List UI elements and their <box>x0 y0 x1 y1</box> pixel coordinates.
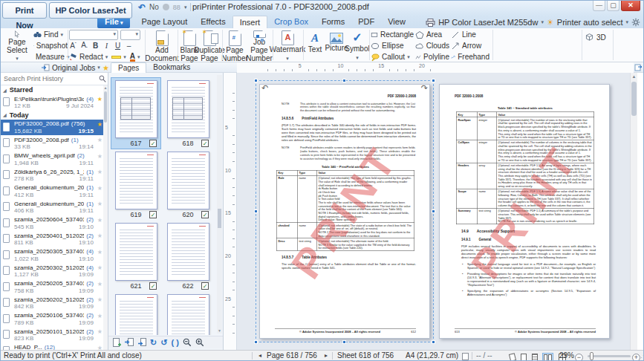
history-item[interactable]: E:\Pelikan\trunk\Plugins\3dl...(4)★12 KB… <box>1 94 104 111</box>
star-icon[interactable]: ★ <box>97 137 103 143</box>
view-single-page-icon[interactable] <box>521 354 527 361</box>
minimize-button[interactable]: — <box>593 1 605 11</box>
search-input[interactable] <box>2 74 96 84</box>
add-document-button[interactable]: Add Document <box>147 28 177 62</box>
scroll-up-icon[interactable]: ▲ <box>103 85 108 90</box>
shape-ellipse[interactable]: Ellipse <box>371 40 414 51</box>
history-item[interactable]: BMW_wheels_april.pdf(2)★1,948 KB19:11 <box>1 152 104 168</box>
star-icon[interactable]: ★ <box>97 201 103 207</box>
history-item[interactable]: szamla_20250604_5374010585...(2)★545 KB1… <box>1 215 104 232</box>
pdf-page-618[interactable]: PDF 32000-1:2008 NOTEThis attribute is u… <box>259 84 430 339</box>
shape-polyline[interactable]: Polyline <box>415 51 449 62</box>
history-group-header[interactable]: ◢Starred <box>1 85 104 94</box>
insert-symbol-button[interactable]: ✓ Symbol ▾ <box>347 28 368 62</box>
star-icon[interactable]: ★ <box>97 264 103 271</box>
measure-button[interactable]: Measure▾ <box>33 51 68 62</box>
page-checkbox[interactable]: ✓ <box>149 282 157 290</box>
history-item[interactable]: Zöldkártya 6_26_2025, 1_21_55...(1)★278 … <box>1 167 104 183</box>
history-item[interactable]: HEAD_P...(12)★ <box>1 343 104 351</box>
zoom-in-button[interactable]: + <box>632 354 640 361</box>
italic-button[interactable]: I <box>103 42 111 50</box>
zoom-out-thumbs-icon[interactable] <box>183 338 192 347</box>
tab-page-layout[interactable]: Page Layout <box>134 16 194 28</box>
history-item[interactable]: szamla_20250101_5120250001...(2)★823 KB1… <box>1 327 104 343</box>
selection-handle[interactable] <box>254 79 258 82</box>
find-button[interactable]: Find▾ <box>33 29 68 40</box>
qat-no-label[interactable]: No <box>149 3 159 11</box>
shape-arrow[interactable]: Arrow <box>451 40 489 51</box>
undo-icon[interactable]: ↶ <box>138 2 146 13</box>
font-color-button[interactable]: A▾ <box>130 51 140 62</box>
prev-page-button[interactable]: ◂ <box>258 351 261 361</box>
maximize-button[interactable]: ▢ <box>607 1 619 11</box>
zoom-slider[interactable] <box>588 355 631 357</box>
tab-view[interactable]: View <box>381 16 412 28</box>
page-thumbnail[interactable] <box>111 292 160 335</box>
gear-icon[interactable] <box>631 18 640 27</box>
zoom-slider-thumb[interactable] <box>590 352 593 360</box>
selection-handle[interactable] <box>342 79 346 82</box>
job-page-number-button[interactable]: Job Page Number <box>247 28 271 62</box>
history-item[interactable]: szamla_20250305_5374010585...(4)★1,022 K… <box>1 247 104 264</box>
selection-handle[interactable] <box>432 209 435 213</box>
history-item[interactable]: PDF32000_2008.pdf(1)★33 KB19:14 <box>1 135 104 152</box>
add-page-icon[interactable] <box>113 338 121 348</box>
selection-handle[interactable] <box>254 340 258 344</box>
shape-rectangle[interactable]: Rectangle <box>371 29 414 40</box>
star-icon[interactable]: ★ <box>97 281 103 287</box>
star-icon[interactable]: ★ <box>97 96 103 103</box>
page-indicator[interactable]: Page 618 / 756 <box>267 351 317 361</box>
strikethrough-button[interactable]: – <box>125 42 133 50</box>
qat-dropdown-icon[interactable]: ▾ <box>184 4 187 10</box>
history-item[interactable]: szamla_20250106_5374010585...(2)★789 KB1… <box>1 311 104 328</box>
star-icon[interactable]: ★ <box>97 328 103 335</box>
page-thumbnail[interactable]: 618✓ <box>163 78 212 149</box>
import-before-icon[interactable] <box>125 338 134 347</box>
thumbnail-page[interactable] <box>167 223 209 281</box>
star-icon[interactable]: ★ <box>97 217 103 224</box>
preview-scrollbar[interactable]: ▲ <box>630 73 637 350</box>
thumbnail-page[interactable] <box>115 223 157 281</box>
tab-crop-box[interactable]: Crop Box <box>267 16 315 28</box>
scrollbar-thumb[interactable] <box>218 209 221 228</box>
selection-handle[interactable] <box>432 340 435 344</box>
view-rotated-icon[interactable] <box>509 354 516 361</box>
zoom-in-thumbs-icon[interactable] <box>195 338 204 347</box>
printer-dropdown-icon[interactable]: ▾ <box>541 19 544 25</box>
tab-effects[interactable]: Effects <box>194 16 232 28</box>
resize-grip[interactable]: ⋰ <box>640 351 644 361</box>
view-continuous-icon[interactable] <box>532 354 538 361</box>
auto-select-dropdown-icon[interactable]: ▾ <box>625 19 628 25</box>
zoom-level[interactable]: 29% <box>559 351 574 361</box>
superscript-button[interactable]: Aˆ <box>69 42 77 50</box>
subscript-button[interactable]: Aˇ <box>80 41 88 51</box>
thumbnail-page[interactable] <box>167 294 209 335</box>
thumbnail-page[interactable] <box>115 294 157 335</box>
history-item[interactable]: szamla_20250401_5120250005...(2)★811 KB1… <box>1 231 104 247</box>
history-item[interactable]: szamla_20250205_5374010585...(2)★758 KB1… <box>1 279 104 296</box>
rotate-180-icon[interactable]: ( ) <box>171 337 178 348</box>
tab-forms[interactable]: Forms <box>315 16 351 28</box>
star-icon[interactable]: ★ <box>97 345 103 351</box>
shape-freehand[interactable]: Freehand <box>451 51 489 62</box>
rotate-ccw-icon[interactable]: ↺ <box>160 337 167 348</box>
star-icon[interactable]: ★ <box>97 296 103 303</box>
underline-button[interactable]: U <box>114 42 122 50</box>
highlight-button[interactable]: ▾ <box>111 51 126 62</box>
view-two-page-icon[interactable] <box>542 353 553 361</box>
page-thumbnail[interactable]: 621✓ <box>111 221 160 291</box>
thumbnail-page[interactable] <box>115 80 157 138</box>
printer-quick-button[interactable]: HP Color LaserJet <box>49 2 132 19</box>
font-family-combo[interactable] <box>69 30 118 40</box>
zoom-out-button[interactable]: − <box>575 354 583 361</box>
star-icon[interactable]: ★ <box>97 185 103 192</box>
thumbnail-page[interactable] <box>167 152 209 209</box>
scroll-down-icon[interactable]: ▼ <box>217 328 222 333</box>
page-thumbnail[interactable]: 622✓ <box>163 221 212 291</box>
history-item[interactable]: szamla_20250302_5120250003...(4)★1,127 K… <box>1 263 104 279</box>
insert-picture-button[interactable]: Picture <box>326 28 347 62</box>
star-icon[interactable]: ★ <box>97 153 103 160</box>
page-thumbnail[interactable]: 617✓ <box>111 78 160 149</box>
printer-auto-select[interactable]: Printer auto select <box>557 18 623 27</box>
color-mode-icon[interactable]: ☀ <box>547 18 554 27</box>
